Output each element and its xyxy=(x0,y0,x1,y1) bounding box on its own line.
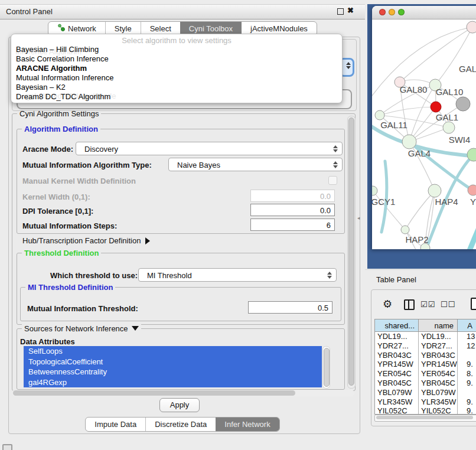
table-row[interactable]: YER054CYER054C8. xyxy=(375,369,476,379)
mi-threshold-field[interactable]: 0.5 xyxy=(248,301,332,314)
select-all-icon[interactable]: ☑☑ xyxy=(420,300,435,309)
close-icon[interactable]: ✖ xyxy=(347,6,354,15)
table-cell xyxy=(458,388,476,397)
network-node-label: GCY1 xyxy=(372,197,395,207)
table-panel-separator xyxy=(365,269,476,270)
network-node-label: GAL80 xyxy=(400,84,428,94)
algorithm-option-aracne-algorithm[interactable]: ARACNE Algorithm xyxy=(11,64,342,73)
algorithm-option-dream8-dc-tdc-algorithm[interactable]: Dream8 DC_TDC Algorithm xyxy=(11,92,342,102)
algorithm-option-bayesian-hill-climbing[interactable]: Bayesian – Hill Climbing xyxy=(11,45,342,54)
settings-horizontal-scrollbar[interactable] xyxy=(12,390,354,396)
table-cell: YBL079W xyxy=(375,388,419,397)
attributes-scrollbar[interactable] xyxy=(322,346,330,389)
tab-infer-network[interactable]: Infer Network xyxy=(216,418,279,431)
threshold-definition-title: Threshold Definition xyxy=(22,249,101,257)
attribute-item-betweennesscentrality[interactable]: BetweennessCentrality xyxy=(24,367,322,377)
tab-discretize-data[interactable]: Discretize Data xyxy=(145,418,216,431)
panel-splitter-arrow-icon[interactable]: ◂ xyxy=(357,215,360,221)
which-threshold-combo[interactable]: MI Threshold xyxy=(138,268,337,282)
tab-impute-data[interactable]: Impute Data xyxy=(86,418,145,431)
dpi-tolerance-field[interactable]: 0.0 xyxy=(250,204,335,216)
mi-steps-field[interactable]: 6 xyxy=(250,219,335,231)
table-row[interactable]: YBL079WYBL079W xyxy=(375,388,476,397)
algorithm-dropdown-popup: Select algorithm to view settings Bayesi… xyxy=(11,34,343,103)
table-row[interactable]: YIL052CYIL052C9. xyxy=(375,406,476,415)
table-row[interactable]: YBR043CYBR043C xyxy=(375,351,476,360)
table-cell: YBR045C xyxy=(375,379,419,388)
network-node[interactable] xyxy=(468,185,476,195)
network-window-titlebar[interactable] xyxy=(372,6,476,19)
attribute-item-topologicalcoefficient[interactable]: TopologicalCoefficient xyxy=(24,357,322,367)
network-node[interactable] xyxy=(372,186,377,195)
table-cell: YBL079W xyxy=(419,388,458,397)
document-icon[interactable] xyxy=(471,298,476,310)
sources-title[interactable]: Sources for Network Inference xyxy=(22,324,141,333)
column-header-shared[interactable]: shared... xyxy=(375,319,419,332)
attribute-item-gal4rgexp[interactable]: gal4RGexp xyxy=(24,377,322,388)
control-panel-title: Control Panel xyxy=(6,7,53,16)
float-window-icon[interactable] xyxy=(337,8,344,15)
table-cell: YPR145W xyxy=(419,360,458,369)
aracne-mode-label: Aracne Mode: xyxy=(22,145,73,154)
algorithm-option-bayesian-k2[interactable]: Bayesian – K2 xyxy=(11,83,342,92)
bottom-tab-bar: Impute DataDiscretize DataInfer Network xyxy=(85,417,279,432)
mac-zoom-icon[interactable] xyxy=(398,9,405,15)
control-panel-titlebar: Control Panel ✖ xyxy=(0,4,365,19)
table-row[interactable]: YLR345WYLR345W9. xyxy=(375,397,476,407)
network-node-label: HAP4 xyxy=(435,197,458,207)
column-header-name[interactable]: name xyxy=(419,319,458,332)
hub-definition-toggle[interactable]: Hub/Transcription Factor Definition xyxy=(22,236,150,245)
table-row[interactable]: YPR145WYPR145W9. xyxy=(375,360,476,369)
mac-close-icon[interactable] xyxy=(379,9,386,15)
table-row[interactable]: YDL19...YDL19...13 xyxy=(375,332,476,341)
gear-icon[interactable]: ⚙ xyxy=(383,298,392,310)
network-node[interactable] xyxy=(401,226,409,234)
mac-minimize-icon[interactable] xyxy=(389,9,395,15)
mi-algorithm-type-combo[interactable]: Naive Bayes xyxy=(168,158,343,171)
network-node-label: Y xyxy=(470,197,476,207)
table-cell: YPR145W xyxy=(375,360,419,369)
aracne-mode-combo[interactable]: Discovery xyxy=(76,142,343,155)
deselect-all-icon[interactable]: ☐☐ xyxy=(441,300,455,309)
network-node[interactable] xyxy=(443,122,455,133)
network-node[interactable] xyxy=(456,97,470,111)
algorithm-option-mutual-information-inference[interactable]: Mutual Information Inference xyxy=(11,73,342,83)
table-cell: YDR27... xyxy=(419,341,458,351)
network-canvas[interactable]: GALGAL80GAL10GAL1GAL11SWI4GAL4GCY1HAP4YH… xyxy=(372,19,476,249)
table-cell: YIL052C xyxy=(375,406,419,415)
table-cell: 9. xyxy=(458,379,476,388)
algorithm-option-basic-correlation-inference[interactable]: Basic Correlation Inference xyxy=(11,54,342,64)
attribute-item-selfloops[interactable]: SelfLoops xyxy=(24,346,322,357)
network-node[interactable] xyxy=(375,110,384,120)
table-cell: YLR345W xyxy=(375,397,419,407)
network-node[interactable] xyxy=(431,102,441,112)
table-header-row[interactable]: shared...nameA xyxy=(375,319,476,332)
mi-threshold-definition-title: MI Threshold Definition xyxy=(25,283,115,292)
table-horizontal-scrollbar[interactable] xyxy=(374,415,476,422)
network-view-window[interactable]: GALGAL80GAL10GAL1GAL11SWI4GAL4GCY1HAP4YH… xyxy=(372,6,476,249)
manual-kernel-width-checkbox[interactable] xyxy=(328,176,337,185)
table-row[interactable]: YDR27...YDR27...12 xyxy=(375,341,476,351)
which-threshold-label: Which threshold to use: xyxy=(50,271,138,280)
kernel-width-field[interactable]: 0.0 xyxy=(250,190,335,202)
table-cell: YER054C xyxy=(375,369,419,379)
column-header-a[interactable]: A xyxy=(458,319,476,332)
settings-vertical-scrollbar[interactable] xyxy=(347,116,356,389)
algorithm-dropdown-prompt: Select algorithm to view settings xyxy=(11,34,342,45)
hub-definition-label: Hub/Transcription Factor Definition xyxy=(22,236,141,245)
columns-icon[interactable] xyxy=(404,299,415,310)
data-attributes-list[interactable]: SelfLoopsTopologicalCoefficientBetweenne… xyxy=(24,346,322,387)
app-root: Control Panel ✖ NetworkStyleSelectCyni T… xyxy=(0,0,476,450)
network-node[interactable] xyxy=(467,21,476,33)
table-row[interactable]: YBR045CYBR045C9. xyxy=(375,379,476,388)
tab-label: Infer Network xyxy=(224,418,270,431)
bottom-tab-bar-wrap: Impute DataDiscretize DataInfer Network xyxy=(0,417,365,432)
network-node[interactable] xyxy=(402,135,416,149)
table-cell: 13 xyxy=(458,332,476,341)
minimized-panel-icon[interactable] xyxy=(2,444,12,450)
table-cell: YER054C xyxy=(419,369,458,379)
network-node[interactable] xyxy=(428,184,441,197)
expand-right-icon xyxy=(145,237,150,244)
table-cell: YDL19... xyxy=(419,332,458,341)
apply-button[interactable]: Apply xyxy=(159,398,200,412)
